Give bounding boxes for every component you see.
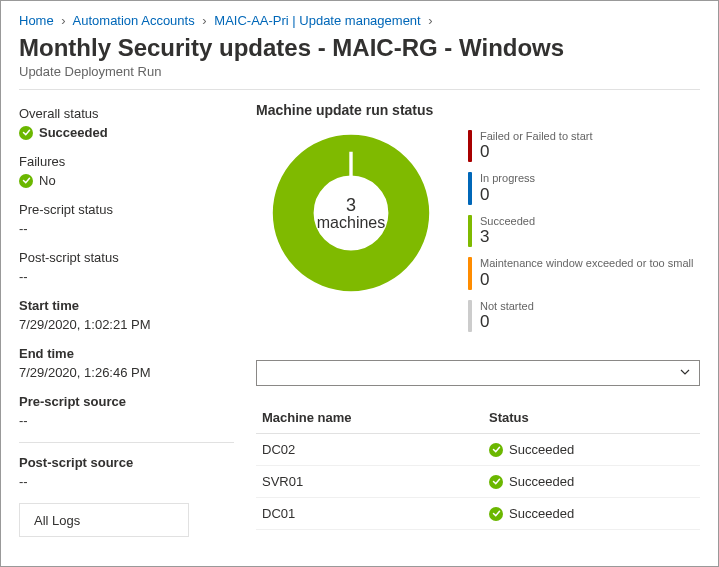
machine-name-cell: SVR01 bbox=[256, 466, 483, 498]
post-script-status-value: -- bbox=[19, 269, 234, 284]
end-time-value: 7/29/2020, 1:26:46 PM bbox=[19, 365, 234, 380]
col-status[interactable]: Status bbox=[483, 402, 700, 434]
failures-label: Failures bbox=[19, 154, 234, 169]
legend-notstarted-label: Not started bbox=[480, 300, 534, 312]
start-time-label: Start time bbox=[19, 298, 234, 313]
legend-succeeded: Succeeded 3 bbox=[468, 215, 693, 247]
legend-failed-value: 0 bbox=[480, 142, 593, 162]
legend-color-maintenance bbox=[468, 257, 472, 289]
chevron-right-icon: › bbox=[202, 13, 206, 28]
breadcrumb-automation-accounts[interactable]: Automation Accounts bbox=[73, 13, 195, 28]
divider bbox=[19, 89, 700, 90]
overall-status-value: Succeeded bbox=[39, 125, 108, 140]
post-script-source-label: Post-script source bbox=[19, 455, 234, 470]
filter-dropdown[interactable] bbox=[256, 360, 700, 386]
summary-panel: Overall status Succeeded Failures No Pre… bbox=[19, 102, 234, 537]
legend-color-notstarted bbox=[468, 300, 472, 332]
legend-inprogress: In progress 0 bbox=[468, 172, 693, 204]
post-script-source-value: -- bbox=[19, 474, 234, 489]
post-script-status-label: Post-script status bbox=[19, 250, 234, 265]
table-row[interactable]: DC02 Succeeded bbox=[256, 434, 700, 466]
breadcrumb-update-management[interactable]: MAIC-AA-Pri | Update management bbox=[214, 13, 420, 28]
pre-script-status-label: Pre-script status bbox=[19, 202, 234, 217]
chevron-right-icon: › bbox=[428, 13, 432, 28]
legend-color-failed bbox=[468, 130, 472, 162]
donut-count: 3 bbox=[346, 195, 356, 216]
machines-table: Machine name Status DC02 Succeeded SVR01 bbox=[256, 402, 700, 530]
divider bbox=[19, 442, 234, 443]
legend-notstarted: Not started 0 bbox=[468, 300, 693, 332]
success-icon bbox=[19, 126, 33, 140]
breadcrumb-home[interactable]: Home bbox=[19, 13, 54, 28]
breadcrumb: Home › Automation Accounts › MAIC-AA-Pri… bbox=[19, 13, 700, 28]
legend-maintenance-label: Maintenance window exceeded or too small bbox=[480, 257, 693, 269]
legend-notstarted-value: 0 bbox=[480, 312, 534, 332]
pre-script-source-value: -- bbox=[19, 413, 234, 428]
run-status-heading: Machine update run status bbox=[256, 102, 700, 118]
legend-inprogress-value: 0 bbox=[480, 185, 535, 205]
legend-maintenance: Maintenance window exceeded or too small… bbox=[468, 257, 693, 289]
legend-color-succeeded bbox=[468, 215, 472, 247]
start-time-value: 7/29/2020, 1:02:21 PM bbox=[19, 317, 234, 332]
all-logs-label: All Logs bbox=[34, 513, 80, 528]
status-cell: Succeeded bbox=[509, 506, 574, 521]
page-title: Monthly Security updates - MAIC-RG - Win… bbox=[19, 34, 700, 62]
page-subtitle: Update Deployment Run bbox=[19, 64, 700, 79]
legend-inprogress-label: In progress bbox=[480, 172, 535, 184]
col-machine-name[interactable]: Machine name bbox=[256, 402, 483, 434]
table-row[interactable]: SVR01 Succeeded bbox=[256, 466, 700, 498]
chevron-right-icon: › bbox=[61, 13, 65, 28]
machines-donut-chart: 3 machines bbox=[266, 128, 436, 298]
legend-failed: Failed or Failed to start 0 bbox=[468, 130, 693, 162]
machine-name-cell: DC01 bbox=[256, 498, 483, 530]
chevron-down-icon bbox=[679, 366, 691, 381]
status-legend: Failed or Failed to start 0 In progress … bbox=[468, 130, 693, 332]
overall-status-label: Overall status bbox=[19, 106, 234, 121]
all-logs-button[interactable]: All Logs bbox=[19, 503, 189, 537]
legend-succeeded-label: Succeeded bbox=[480, 215, 535, 227]
pre-script-status-value: -- bbox=[19, 221, 234, 236]
end-time-label: End time bbox=[19, 346, 234, 361]
legend-color-inprogress bbox=[468, 172, 472, 204]
success-icon bbox=[489, 475, 503, 489]
legend-failed-label: Failed or Failed to start bbox=[480, 130, 593, 142]
table-row[interactable]: DC01 Succeeded bbox=[256, 498, 700, 530]
pre-script-source-label: Pre-script source bbox=[19, 394, 234, 409]
machine-name-cell: DC02 bbox=[256, 434, 483, 466]
success-icon bbox=[19, 174, 33, 188]
legend-maintenance-value: 0 bbox=[480, 270, 693, 290]
donut-label: machines bbox=[317, 214, 385, 232]
status-cell: Succeeded bbox=[509, 474, 574, 489]
failures-value: No bbox=[39, 173, 56, 188]
success-icon bbox=[489, 507, 503, 521]
success-icon bbox=[489, 443, 503, 457]
status-cell: Succeeded bbox=[509, 442, 574, 457]
legend-succeeded-value: 3 bbox=[480, 227, 535, 247]
